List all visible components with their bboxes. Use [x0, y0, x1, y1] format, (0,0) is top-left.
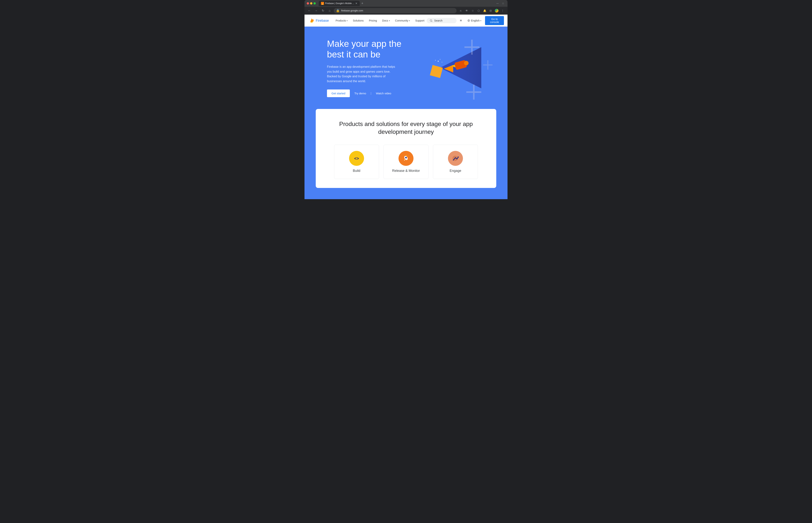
- release-rocket-icon: [402, 154, 410, 162]
- product-card-release[interactable]: Release & Monitor: [384, 145, 428, 179]
- hero-title: Make your app the best it can be: [327, 38, 413, 60]
- theme-toggle-button[interactable]: ☀: [458, 17, 463, 24]
- try-demo-link[interactable]: Try demo: [354, 92, 366, 95]
- build-code-icon: <>: [353, 155, 360, 162]
- hero-section: Make your app the best it can be Firebas…: [304, 26, 508, 109]
- no-tracking-icon[interactable]: 👁: [464, 8, 469, 13]
- tab-favicon: 🔥: [321, 2, 324, 5]
- browser-titlebar: 🔥 Firebase | Google's Mobile ... ✕ + — □: [304, 0, 508, 7]
- engage-icon-circle: [448, 151, 463, 166]
- url-text: firebase.google.com: [341, 9, 454, 12]
- window-controls: — □: [495, 2, 505, 5]
- globe-icon: [467, 19, 470, 22]
- close-window-button[interactable]: [307, 2, 309, 4]
- svg-point-12: [464, 61, 469, 65]
- products-card: Products and solutions for every stage o…: [316, 109, 496, 188]
- bookmark-icon[interactable]: ☆: [470, 8, 475, 13]
- docs-arrow-icon: ▾: [389, 20, 390, 22]
- extension-icon[interactable]: ⬡: [476, 8, 481, 13]
- svg-point-15: [435, 60, 436, 61]
- window-minimize[interactable]: —: [495, 2, 500, 5]
- tab-bar: 🔥 Firebase | Google's Mobile ... ✕ +: [319, 1, 493, 6]
- products-section: Products and solutions for every stage o…: [304, 109, 508, 199]
- search-icon: [429, 19, 433, 22]
- tab-close-button[interactable]: ✕: [355, 2, 357, 5]
- hero-actions: Get started Try demo | Watch video: [327, 89, 413, 97]
- svg-point-13: [438, 61, 439, 62]
- logo-text: Firebase: [316, 19, 329, 23]
- product-card-engage[interactable]: Engage: [433, 145, 478, 179]
- nav-links: Products ▾ Solutions Pricing Docs ▾ Comm…: [333, 18, 427, 23]
- active-tab[interactable]: 🔥 Firebase | Google's Mobile ... ✕: [319, 1, 360, 6]
- firebase-flame-icon: [309, 18, 314, 23]
- watch-video-link[interactable]: Watch video: [376, 92, 391, 95]
- svg-point-16: [442, 62, 442, 62]
- website-content: Firebase Products ▾ Solutions Pricing Do…: [304, 15, 508, 199]
- products-title: Products and solutions for every stage o…: [325, 120, 487, 136]
- products-arrow-icon: ▾: [347, 20, 348, 22]
- nav-community[interactable]: Community ▾: [393, 18, 412, 23]
- firebase-logo[interactable]: Firebase: [309, 18, 329, 23]
- language-arrow-icon: ▾: [480, 20, 481, 22]
- nav-right: Search ☀ English ▾ Go to console ⋮: [427, 16, 508, 25]
- engage-label: Engage: [449, 169, 461, 173]
- sun-icon: ☀: [459, 19, 462, 23]
- back-button[interactable]: ←: [307, 8, 312, 13]
- browser-window: 🔥 Firebase | Google's Mobile ... ✕ + — □…: [304, 0, 508, 199]
- more-icon: ⋮: [506, 18, 508, 23]
- nav-pricing[interactable]: Pricing: [367, 18, 379, 23]
- action-divider: |: [371, 92, 371, 95]
- profile-icon[interactable]: [494, 8, 499, 13]
- release-label: Release & Monitor: [392, 169, 420, 173]
- menu-button[interactable]: ⋮: [500, 8, 505, 13]
- minimize-window-button[interactable]: [310, 2, 312, 4]
- engage-chart-icon: [451, 154, 460, 162]
- forward-button[interactable]: →: [314, 8, 319, 13]
- tab-title: Firebase | Google's Mobile ...: [325, 2, 354, 5]
- window-maximize[interactable]: □: [501, 2, 505, 5]
- nav-docs[interactable]: Docs ▾: [380, 18, 392, 23]
- community-arrow-icon: ▾: [409, 20, 410, 22]
- nav-solutions[interactable]: Solutions: [351, 18, 366, 23]
- toolbar-actions: ⎋ 👁 ☆ ⬡ 🔔 ⊟ ⋮: [458, 8, 505, 13]
- build-icon-circle: <>: [349, 151, 364, 166]
- build-label: Build: [353, 169, 360, 173]
- release-icon-circle: [399, 151, 413, 166]
- product-card-build[interactable]: <> Build: [334, 145, 379, 179]
- maximize-window-button[interactable]: [314, 2, 316, 4]
- home-button[interactable]: ⌂: [327, 8, 332, 13]
- search-button[interactable]: Search: [427, 18, 457, 23]
- hero-content: Make your app the best it can be Firebas…: [327, 38, 413, 97]
- language-button[interactable]: English ▾: [465, 18, 483, 23]
- site-nav: Firebase Products ▾ Solutions Pricing Do…: [304, 15, 508, 26]
- more-options-button[interactable]: ⋮: [506, 17, 508, 24]
- nav-support[interactable]: Support: [413, 18, 427, 23]
- language-label: English: [471, 19, 480, 22]
- hero-svg: [403, 32, 496, 103]
- nav-products[interactable]: Products ▾: [333, 18, 350, 23]
- traffic-lights: [307, 2, 316, 4]
- secure-icon: 🔒: [336, 9, 340, 12]
- go-to-console-button[interactable]: Go to console: [485, 16, 504, 25]
- svg-point-19: [405, 157, 407, 158]
- browser-toolbar: ← → ↻ ⌂ 🔒 firebase.google.com ⎋ 👁 ☆ ⬡ 🔔 …: [304, 7, 508, 15]
- cast-icon[interactable]: ⎋: [458, 8, 463, 13]
- get-started-button[interactable]: Get started: [327, 89, 350, 97]
- hero-subtitle: Firebase is an app development platform …: [327, 65, 398, 84]
- address-bar[interactable]: 🔒 firebase.google.com: [334, 8, 457, 13]
- product-cards: <> Build: [325, 145, 487, 179]
- notification-icon[interactable]: 🔔: [482, 8, 487, 13]
- svg-text:<>: <>: [354, 156, 359, 161]
- hero-illustration: [403, 32, 496, 103]
- sidebar-icon[interactable]: ⊟: [488, 8, 493, 13]
- search-label: Search: [434, 19, 442, 22]
- refresh-button[interactable]: ↻: [320, 8, 325, 13]
- svg-point-14: [440, 59, 440, 60]
- new-tab-button[interactable]: +: [360, 1, 364, 5]
- svg-marker-8: [426, 61, 446, 82]
